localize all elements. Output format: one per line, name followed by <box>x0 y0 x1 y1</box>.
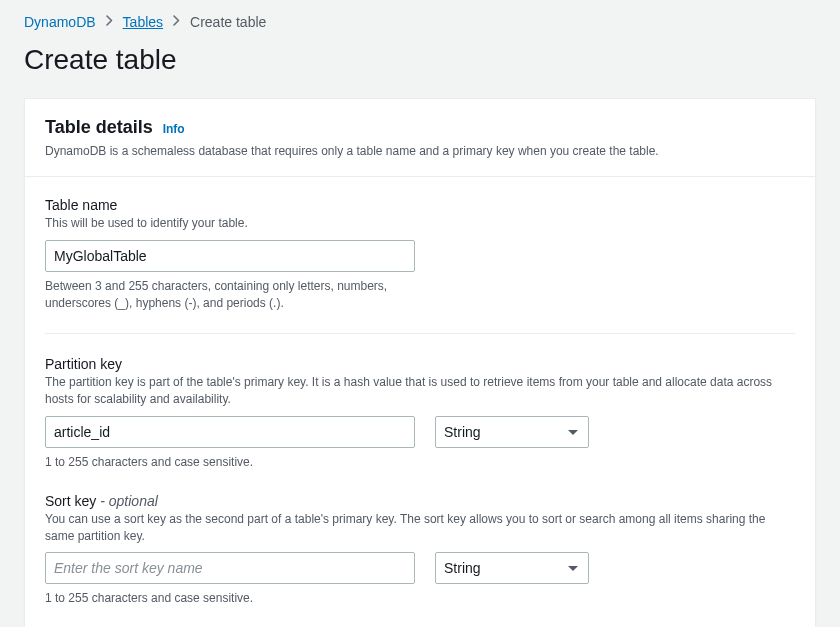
info-link[interactable]: Info <box>163 122 185 136</box>
breadcrumb-tables[interactable]: Tables <box>123 14 163 30</box>
table-name-description: This will be used to identify your table… <box>45 215 795 232</box>
partition-key-description: The partition key is part of the table's… <box>45 374 795 408</box>
panel-title: Table details <box>45 117 153 138</box>
page-title: Create table <box>24 44 816 76</box>
sort-key-input[interactable] <box>45 552 415 584</box>
partition-key-input[interactable] <box>45 416 415 448</box>
sort-key-hint: 1 to 255 characters and case sensitive. <box>45 590 795 607</box>
table-name-label: Table name <box>45 197 795 213</box>
sort-key-group: Sort key - optional You can use a sort k… <box>45 493 795 607</box>
sort-key-optional-suffix: - optional <box>96 493 157 509</box>
partition-key-hint: 1 to 255 characters and case sensitive. <box>45 454 795 471</box>
table-name-group: Table name This will be used to identify… <box>45 197 795 311</box>
table-details-panel: Table details Info DynamoDB is a schemal… <box>24 98 816 627</box>
breadcrumb-dynamodb[interactable]: DynamoDB <box>24 14 96 30</box>
table-name-input[interactable] <box>45 240 415 272</box>
breadcrumb: DynamoDB Tables Create table <box>24 14 816 30</box>
panel-description: DynamoDB is a schemaless database that r… <box>45 144 795 158</box>
partition-key-label: Partition key <box>45 356 795 372</box>
partition-key-group: Partition key The partition key is part … <box>45 356 795 470</box>
sort-key-type-value: String <box>444 560 481 576</box>
breadcrumb-current: Create table <box>190 14 266 30</box>
chevron-right-icon <box>106 15 113 29</box>
sort-key-type-select[interactable]: String <box>435 552 589 584</box>
partition-key-type-value: String <box>444 424 481 440</box>
chevron-right-icon <box>173 15 180 29</box>
sort-key-label: Sort key - optional <box>45 493 795 509</box>
table-name-hint: Between 3 and 255 characters, containing… <box>45 278 445 312</box>
sort-key-description: You can use a sort key as the second par… <box>45 511 795 545</box>
partition-key-type-select[interactable]: String <box>435 416 589 448</box>
divider <box>45 333 795 334</box>
panel-header: Table details Info DynamoDB is a schemal… <box>25 99 815 177</box>
